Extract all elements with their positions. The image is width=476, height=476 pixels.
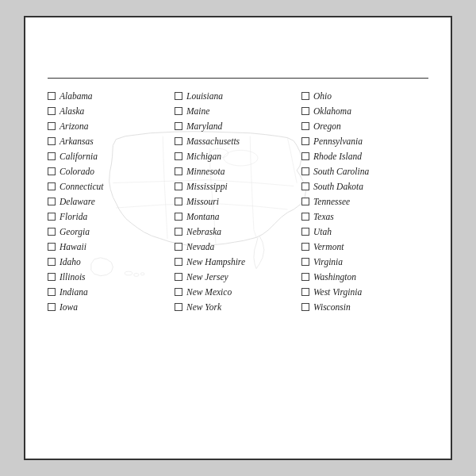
checkbox[interactable]	[301, 243, 309, 251]
list-item[interactable]: Mississippi	[175, 178, 301, 194]
list-item[interactable]: Vermont	[301, 239, 428, 254]
list-item[interactable]: Michigan	[175, 148, 301, 163]
state-label: Louisiana	[186, 91, 223, 101]
checkbox[interactable]	[175, 228, 182, 236]
list-item[interactable]: Maine	[175, 103, 301, 118]
list-item[interactable]: Pennsylvania	[301, 133, 428, 148]
list-item[interactable]: Arkansas	[48, 133, 175, 148]
checkbox[interactable]	[301, 152, 309, 160]
list-item[interactable]: Utah	[301, 224, 428, 239]
checkbox[interactable]	[301, 182, 309, 190]
list-item[interactable]: South Carolina	[301, 163, 428, 178]
state-label: Tennessee	[313, 197, 350, 206]
checkbox[interactable]	[301, 92, 309, 100]
list-item[interactable]: New Jersey	[175, 269, 301, 284]
list-item[interactable]: Hawaii	[48, 239, 175, 254]
checkbox[interactable]	[48, 92, 56, 100]
state-label: South Carolina	[313, 167, 369, 176]
list-item[interactable]: Idaho	[48, 254, 175, 269]
list-item[interactable]: Colorado	[48, 163, 175, 178]
checkbox[interactable]	[301, 213, 309, 221]
list-item[interactable]: Texas	[301, 209, 428, 224]
list-item[interactable]: Massachusetts	[175, 133, 301, 148]
checkbox[interactable]	[301, 228, 309, 236]
list-item[interactable]: Florida	[48, 209, 175, 224]
checkbox[interactable]	[301, 303, 309, 311]
checkbox[interactable]	[48, 137, 56, 145]
list-item[interactable]: Arizona	[48, 118, 175, 133]
list-item[interactable]: Wisconsin	[301, 299, 428, 314]
state-label: Minnesota	[186, 167, 225, 176]
list-item[interactable]: New Mexico	[175, 284, 301, 299]
list-item[interactable]: California	[48, 148, 175, 163]
checkbox[interactable]	[48, 288, 56, 296]
list-item[interactable]: Minnesota	[175, 163, 301, 178]
checkbox[interactable]	[301, 167, 309, 175]
list-item[interactable]: New York	[175, 299, 301, 314]
checkbox[interactable]	[48, 198, 56, 205]
checkbox[interactable]	[175, 273, 182, 281]
checkbox[interactable]	[175, 182, 182, 190]
checkbox[interactable]	[48, 228, 56, 236]
checkbox[interactable]	[175, 213, 182, 221]
list-item[interactable]: West Virginia	[301, 284, 428, 299]
checkbox[interactable]	[301, 198, 309, 205]
checkbox[interactable]	[48, 152, 56, 160]
checkbox[interactable]	[301, 122, 309, 130]
checkbox[interactable]	[175, 152, 182, 160]
checkbox[interactable]	[301, 137, 309, 145]
list-item[interactable]: Nebraska	[175, 224, 301, 239]
checkbox[interactable]	[175, 92, 182, 100]
checkbox[interactable]	[301, 273, 309, 281]
list-item[interactable]: Maryland	[175, 118, 301, 133]
list-item[interactable]: South Dakota	[301, 178, 428, 194]
list-item[interactable]: Missouri	[175, 194, 301, 209]
state-label: Delaware	[60, 197, 95, 206]
checkbox[interactable]	[175, 258, 182, 266]
list-item[interactable]: Oklahoma	[301, 103, 428, 118]
list-item[interactable]: Alabama	[48, 88, 175, 103]
list-item[interactable]: Alaska	[48, 103, 175, 118]
state-label: Utah	[313, 227, 332, 236]
checkbox[interactable]	[48, 258, 56, 266]
list-item[interactable]: Nevada	[175, 239, 301, 254]
checkbox[interactable]	[175, 122, 182, 130]
list-item[interactable]: Connecticut	[48, 178, 175, 194]
state-label: Ohio	[313, 91, 332, 101]
checkbox[interactable]	[48, 303, 56, 311]
list-item[interactable]: Virginia	[301, 254, 428, 269]
checkbox[interactable]	[48, 122, 56, 130]
list-item[interactable]: Montana	[175, 209, 301, 224]
list-item[interactable]: Georgia	[48, 224, 175, 239]
list-item[interactable]: Illinois	[48, 269, 175, 284]
list-item[interactable]: Delaware	[48, 194, 175, 209]
checkbox[interactable]	[301, 107, 309, 115]
checkbox[interactable]	[48, 243, 56, 251]
checkbox[interactable]	[48, 167, 56, 175]
list-item[interactable]: Indiana	[48, 284, 175, 299]
list-item[interactable]: Oregon	[301, 118, 428, 133]
checkbox[interactable]	[175, 107, 182, 115]
checkbox[interactable]	[175, 198, 182, 205]
state-label: Florida	[60, 212, 87, 221]
checkbox[interactable]	[175, 137, 182, 145]
checkbox[interactable]	[301, 258, 309, 266]
checkbox[interactable]	[48, 182, 56, 190]
list-item[interactable]: New Hampshire	[175, 254, 301, 269]
checkbox[interactable]	[175, 288, 182, 296]
state-label: Texas	[313, 212, 334, 221]
checkbox[interactable]	[48, 107, 56, 115]
list-item[interactable]: Iowa	[48, 299, 175, 314]
list-item[interactable]: Ohio	[301, 88, 428, 103]
state-label: Mississippi	[186, 182, 228, 191]
checkbox[interactable]	[175, 243, 182, 251]
checkbox[interactable]	[48, 273, 56, 281]
checkbox[interactable]	[175, 303, 182, 311]
checkbox[interactable]	[175, 167, 182, 175]
list-item[interactable]: Rhode Island	[301, 148, 428, 163]
list-item[interactable]: Tennessee	[301, 194, 428, 209]
list-item[interactable]: Louisiana	[175, 88, 301, 103]
checkbox[interactable]	[48, 213, 56, 221]
checkbox[interactable]	[301, 288, 309, 296]
list-item[interactable]: Washington	[301, 269, 428, 284]
